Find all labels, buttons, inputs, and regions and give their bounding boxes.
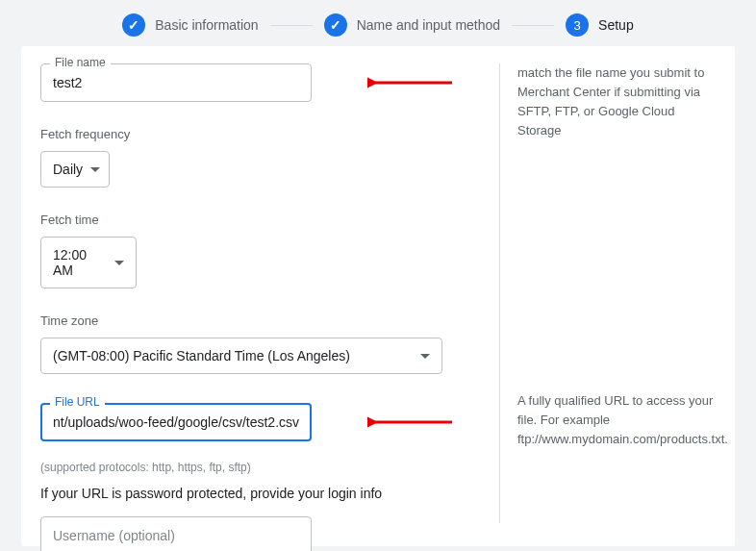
annotation-arrow-icon <box>367 414 454 430</box>
fileurl-help-text: A fully qualified URL to access your fil… <box>517 391 716 449</box>
fileurl-label: File URL <box>50 395 105 409</box>
password-note: If your URL is password protected, provi… <box>40 486 480 501</box>
main-column: File name test2 Fetch frequency Daily Fe… <box>40 63 480 523</box>
fetch-frequency-label: Fetch frequency <box>40 127 480 141</box>
step-number-icon: 3 <box>566 13 589 37</box>
step-name-input[interactable]: Name and input method <box>324 13 500 37</box>
step-separator <box>270 25 313 26</box>
chevron-down-icon <box>90 167 100 172</box>
filename-input[interactable]: test2 <box>40 63 312 102</box>
fetch-time-label: Fetch time <box>40 213 480 227</box>
timezone-select[interactable]: (GMT-08:00) Pacific Standard Time (Los A… <box>40 338 442 374</box>
filename-help-text: match the file name you submit to Mercha… <box>517 63 716 141</box>
step-label: Name and input method <box>357 17 500 33</box>
fileurl-field-wrap: File URL nt/uploads/woo-feed/google/csv/… <box>40 403 480 441</box>
filename-field-wrap: File name test2 <box>40 63 480 102</box>
fetch-time-value: 12:00 AM <box>53 247 107 278</box>
protocols-hint: (supported protocols: http, https, ftp, … <box>40 461 480 474</box>
stepper: Basic information Name and input method … <box>0 0 756 46</box>
step-label: Basic information <box>155 17 258 33</box>
timezone-value: (GMT-08:00) Pacific Standard Time (Los A… <box>53 348 350 363</box>
step-label: Setup <box>598 17 634 33</box>
chevron-down-icon <box>114 261 124 265</box>
chevron-down-icon <box>420 354 430 359</box>
fetch-time-select[interactable]: 12:00 AM <box>40 237 137 288</box>
step-setup[interactable]: 3 Setup <box>566 13 634 37</box>
annotation-arrow-icon <box>367 75 454 90</box>
check-icon <box>324 13 347 37</box>
fetch-frequency-select[interactable]: Daily <box>40 151 110 188</box>
filename-label: File name <box>50 56 111 69</box>
setup-card: File name test2 Fetch frequency Daily Fe… <box>21 46 735 546</box>
side-column: match the file name you submit to Mercha… <box>499 63 716 523</box>
check-icon <box>122 13 145 37</box>
username-input[interactable]: Username (optional) <box>40 516 312 551</box>
fetch-frequency-value: Daily <box>53 162 83 177</box>
step-separator <box>512 25 554 26</box>
step-basic-info[interactable]: Basic information <box>122 13 258 37</box>
timezone-label: Time zone <box>40 313 480 328</box>
fileurl-input[interactable]: nt/uploads/woo-feed/google/csv/test2.csv <box>40 403 312 441</box>
